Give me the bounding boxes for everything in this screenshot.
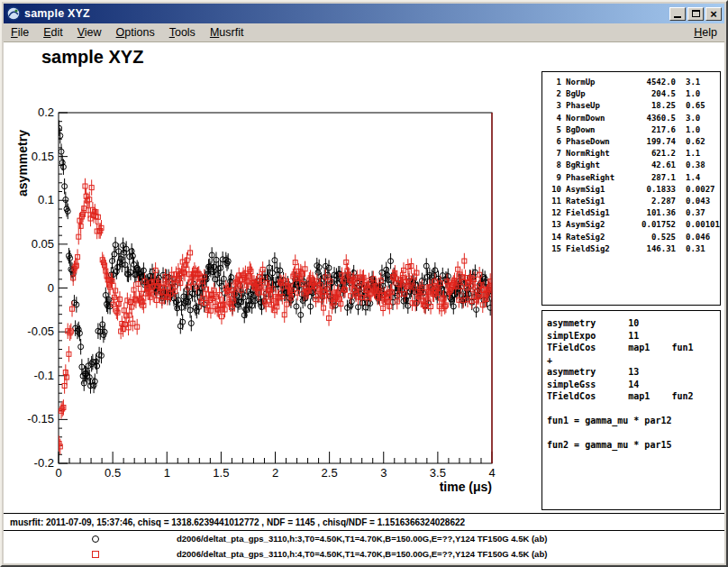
plot-footer: musrfit: 2011-07-09, 15:37:46, chisq = 1… bbox=[4, 513, 724, 562]
svg-text:-0.2: -0.2 bbox=[34, 456, 54, 470]
app-icon bbox=[6, 6, 21, 21]
svg-text:0: 0 bbox=[48, 281, 54, 295]
menu-spacer bbox=[250, 23, 687, 41]
param-row: 2BgUp204.51.0 bbox=[546, 88, 720, 100]
axes bbox=[59, 113, 492, 463]
app-window: sample XYZ × File Edit View Options Tool… bbox=[0, 0, 728, 567]
window-controls: × bbox=[669, 7, 722, 21]
svg-text:2.5: 2.5 bbox=[322, 466, 338, 480]
legend-row: d2006/deltat_pta_gps_3110,h:4,T0=4.50K,T… bbox=[4, 546, 724, 562]
root-canvas: 00.511.522.533.540.20.150.10.050-0.05-0.… bbox=[4, 42, 724, 563]
svg-text:2: 2 bbox=[272, 466, 278, 480]
menu-view[interactable]: View bbox=[70, 23, 109, 41]
svg-text:-0.1: -0.1 bbox=[34, 369, 54, 382]
svg-text:0.05: 0.05 bbox=[32, 237, 54, 251]
menu-file[interactable]: File bbox=[4, 23, 36, 41]
param-row: 9PhaseRight287.11.4 bbox=[546, 172, 720, 184]
svg-text:-0.05: -0.05 bbox=[27, 325, 54, 338]
param-row: 11RateSig12.2870.043 bbox=[546, 196, 720, 207]
asymmetry-plot: 00.511.522.533.540.20.150.10.050-0.05-0.… bbox=[4, 42, 526, 504]
param-row: 15FieldSig2146.310.31 bbox=[546, 243, 720, 255]
svg-text:4: 4 bbox=[488, 466, 495, 480]
run-legend: d2006/deltat_pta_gps_3110,h:3,T0=4.50K,T… bbox=[4, 531, 724, 562]
param-row: 13AsymSig20.017520.00101 bbox=[546, 219, 720, 231]
theory-text: asymmetry 10 simplExpo 11 TFieldCos map1… bbox=[547, 317, 720, 452]
svg-text:0.15: 0.15 bbox=[32, 150, 54, 163]
param-row: 5BgDown217.61.0 bbox=[546, 124, 720, 136]
legend-row: d2006/deltat_pta_gps_3110,h:3,T0=4.50K,T… bbox=[4, 531, 724, 546]
legend-marker-cell bbox=[89, 535, 102, 543]
theory-box: asymmetry 10 simplExpo 11 TFieldCos map1… bbox=[541, 310, 721, 510]
square-marker-icon bbox=[92, 551, 99, 558]
x-axis-title: time (μs) bbox=[440, 480, 492, 494]
menu-help[interactable]: Help bbox=[687, 23, 724, 41]
plot-title: sample XYZ bbox=[41, 47, 143, 68]
menu-options[interactable]: Options bbox=[109, 23, 162, 41]
param-row: 7NormRight621.21.1 bbox=[546, 148, 720, 160]
legend-label: d2006/deltat_pta_gps_3110,h:4,T0=4.50K,T… bbox=[177, 549, 547, 559]
svg-text:0.5: 0.5 bbox=[105, 466, 121, 480]
svg-text:0: 0 bbox=[55, 466, 61, 480]
legend-label: d2006/deltat_pta_gps_3110,h:3,T0=4.50K,T… bbox=[177, 534, 547, 544]
fit-info: musrfit: 2011-07-09, 15:37:46, chisq = 1… bbox=[4, 514, 724, 531]
svg-text:3.5: 3.5 bbox=[430, 466, 446, 480]
close-icon: × bbox=[710, 9, 717, 19]
series-1-points bbox=[57, 120, 495, 393]
circle-marker-icon bbox=[92, 535, 99, 543]
parameter-box: 1NormUp4542.03.12BgUp204.51.03PhaseUp18.… bbox=[541, 71, 721, 306]
title-bar[interactable]: sample XYZ × bbox=[4, 4, 724, 23]
data-points bbox=[57, 120, 495, 454]
svg-text:-0.15: -0.15 bbox=[27, 412, 54, 425]
param-row: 3PhaseUp18.250.65 bbox=[546, 100, 720, 112]
y-axis-title: asymmetry bbox=[15, 130, 30, 197]
legend-marker-cell bbox=[89, 551, 102, 558]
svg-text:1: 1 bbox=[164, 466, 170, 480]
minimize-icon bbox=[674, 16, 681, 18]
param-row: 12FieldSig1101.360.37 bbox=[546, 207, 720, 219]
svg-text:1.5: 1.5 bbox=[213, 466, 229, 480]
param-row: 4NormDown4360.53.0 bbox=[546, 113, 720, 124]
param-row: 6PhaseDown199.740.62 bbox=[546, 136, 720, 148]
param-row: 1NormUp4542.03.1 bbox=[546, 77, 720, 88]
menu-edit[interactable]: Edit bbox=[36, 23, 70, 41]
param-row: 14RateSig20.5250.046 bbox=[546, 232, 720, 243]
svg-text:3: 3 bbox=[380, 466, 387, 480]
menu-bar: File Edit View Options Tools Musrfit Hel… bbox=[4, 23, 724, 42]
svg-text:0.1: 0.1 bbox=[38, 193, 54, 206]
minimize-button[interactable] bbox=[669, 7, 686, 21]
maximize-button[interactable] bbox=[687, 7, 704, 21]
menu-musrfit[interactable]: Musrfit bbox=[203, 23, 251, 41]
param-row: 8BgRight42.610.38 bbox=[546, 160, 720, 171]
window-title: sample XYZ bbox=[24, 7, 666, 20]
menu-tools[interactable]: Tools bbox=[162, 23, 203, 41]
param-row: 10AsymSig10.18330.0027 bbox=[546, 184, 720, 196]
svg-text:0.2: 0.2 bbox=[38, 105, 54, 119]
series-2-points bbox=[57, 178, 494, 454]
maximize-icon bbox=[692, 10, 700, 17]
close-button[interactable]: × bbox=[705, 7, 722, 21]
